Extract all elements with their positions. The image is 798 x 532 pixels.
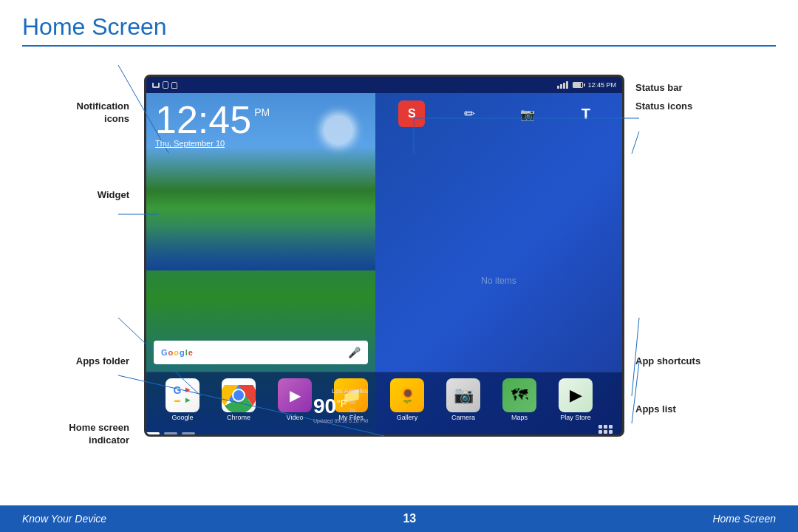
video-label: Video — [287, 414, 304, 421]
grid-dot-8 — [604, 435, 607, 437]
camera-app-icon[interactable]: 📷 — [446, 378, 480, 412]
footer-right: Home Screen — [712, 513, 776, 525]
camera-app[interactable]: 📷 Camera — [438, 378, 488, 421]
tablet-frame: 12:45 PM 1 — [144, 75, 624, 437]
weather-widget[interactable]: Los Angeles 90 °F 98 76 Updated 09/10 5:… — [313, 387, 368, 423]
status-bar: 12:45 PM — [146, 77, 622, 93]
chrome-app-icon[interactable] — [222, 378, 256, 412]
home-screen-indicator-label: Home screen indicator — [22, 422, 129, 447]
chrome-label: Chrome — [227, 414, 250, 421]
page-container: Home Screen Notification icons Widget Ap… — [0, 0, 798, 511]
notification-icons-area — [152, 81, 177, 89]
mic-icon: 🎤 — [348, 347, 361, 358]
weather-hi-lo: 98 76 — [349, 398, 355, 415]
left-labels: Notification icons Widget Apps folder Ho… — [22, 60, 140, 503]
google-label: Google — [171, 414, 193, 421]
video-app-icon[interactable]: ▶ — [278, 378, 312, 412]
battery-icon — [573, 82, 583, 88]
weather-temp: 90 — [313, 395, 336, 418]
playstore-app[interactable]: ▶ Play Store — [550, 378, 601, 421]
right-top-apps: S ✏ 📷 T — [383, 100, 615, 127]
app-shortcuts-label: App shortcuts — [635, 355, 700, 368]
dock-icons: G ▶ ▬ ▶ Google — [146, 372, 622, 421]
apps-folder-label: Apps folder — [22, 355, 129, 368]
weather-location: Los Angeles — [313, 387, 368, 395]
maps-app[interactable]: 🗺 Maps — [494, 378, 545, 421]
footer-center: 13 — [403, 512, 416, 525]
footer-left: Know Your Device — [22, 513, 106, 525]
status-icons-label: Status icons — [635, 100, 692, 113]
widget-label: Widget — [22, 189, 129, 202]
grid-dot-6 — [609, 430, 613, 434]
t-app-icon[interactable]: T — [573, 100, 599, 127]
status-time: 12:45 PM — [587, 81, 616, 89]
dock-area: G ▶ ▬ ▶ Google — [146, 372, 622, 434]
grid-dot-1 — [598, 425, 602, 429]
video-app[interactable]: ▶ Video — [270, 378, 320, 421]
lock-icon — [171, 82, 177, 89]
wifi-icon — [152, 83, 160, 88]
right-labels: Status bar Status icons App shortcuts Ap… — [628, 60, 776, 503]
camera-label: Camera — [451, 414, 475, 421]
clock-widget[interactable]: 12:45 PM Thu, September 10 — [155, 100, 270, 148]
gallery-app-icon[interactable]: 🌻 — [390, 378, 424, 412]
header-divider — [22, 45, 776, 47]
content-area: Notification icons Widget Apps folder Ho… — [0, 52, 798, 511]
tablet-wrapper: 12:45 PM 1 — [140, 60, 628, 503]
google-app[interactable]: G ▶ ▬ ▶ Google — [157, 378, 208, 421]
google-app-icon[interactable]: G ▶ ▬ ▶ — [166, 378, 200, 412]
grid-dot-4 — [598, 430, 602, 434]
weather-updated: Updated 09/10 5:16 PM — [313, 418, 368, 423]
notification-icons-label: Notification icons — [22, 100, 129, 126]
grid-dot-2 — [604, 425, 607, 429]
chrome-app[interactable]: Chrome — [214, 378, 264, 421]
grid-dot-5 — [604, 430, 607, 434]
bluetooth-icon — [163, 81, 168, 89]
maps-app-icon[interactable]: 🗺 — [502, 378, 536, 412]
clock-time: 12:45 — [155, 100, 251, 139]
pencil-app-icon[interactable]: ✏ — [457, 100, 483, 127]
page-header: Home Screen — [0, 0, 798, 52]
screenshot-app-icon[interactable]: 📷 — [514, 100, 541, 127]
google-logo: Google — [161, 348, 193, 357]
chrome-icon-svg — [222, 378, 256, 412]
page-indicator — [146, 421, 622, 437]
apps-list-label: Apps list — [635, 403, 676, 416]
gallery-label: Gallery — [397, 414, 418, 421]
apps-list-button[interactable] — [598, 425, 615, 437]
svg-point-3 — [233, 390, 244, 400]
grid-dot-3 — [609, 425, 613, 429]
grid-dot-7 — [598, 435, 602, 437]
weather-unit: °F — [336, 398, 347, 409]
page-dot-2[interactable] — [164, 432, 177, 434]
gallery-app[interactable]: 🌻 Gallery — [382, 378, 432, 421]
playstore-app-icon[interactable]: ▶ — [559, 378, 593, 412]
clock-date: Thu, September 10 — [155, 139, 270, 148]
status-bar-label: Status bar — [635, 82, 683, 95]
page-title: Home Screen — [22, 13, 776, 41]
status-right-area: 12:45 PM — [557, 81, 616, 89]
sun-icon — [324, 115, 353, 145]
maps-label: Maps — [511, 414, 528, 421]
s-app-icon[interactable]: S — [398, 100, 425, 127]
page-dot-1[interactable] — [146, 432, 160, 434]
page-footer: Know Your Device 13 Home Screen — [0, 505, 798, 532]
grid-dot-9 — [609, 435, 613, 437]
page-dot-3[interactable] — [182, 432, 195, 434]
playstore-label: Play Store — [560, 414, 591, 421]
search-bar[interactable]: Google 🎤 — [154, 341, 368, 364]
signal-icon — [557, 81, 568, 89]
clock-pm: PM — [254, 106, 270, 118]
